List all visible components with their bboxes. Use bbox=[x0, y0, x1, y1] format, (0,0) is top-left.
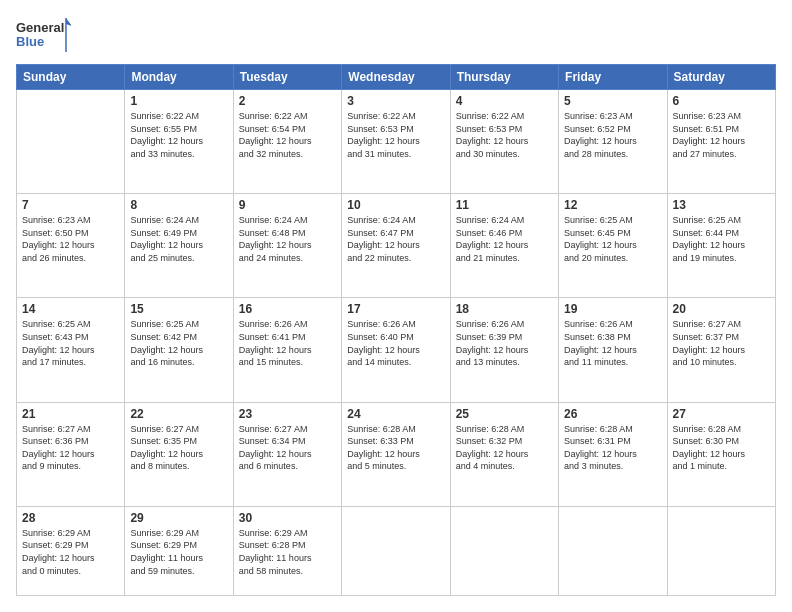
day-info: Sunrise: 6:23 AM Sunset: 6:52 PM Dayligh… bbox=[564, 110, 661, 160]
day-info: Sunrise: 6:28 AM Sunset: 6:33 PM Dayligh… bbox=[347, 423, 444, 473]
calendar-day-cell: 14Sunrise: 6:25 AM Sunset: 6:43 PM Dayli… bbox=[17, 298, 125, 402]
day-info: Sunrise: 6:25 AM Sunset: 6:44 PM Dayligh… bbox=[673, 214, 770, 264]
logo: General Blue bbox=[16, 16, 71, 54]
header: General Blue bbox=[16, 16, 776, 54]
calendar-day-cell: 28Sunrise: 6:29 AM Sunset: 6:29 PM Dayli… bbox=[17, 506, 125, 595]
day-number: 27 bbox=[673, 407, 770, 421]
calendar-day-cell: 5Sunrise: 6:23 AM Sunset: 6:52 PM Daylig… bbox=[559, 90, 667, 194]
day-info: Sunrise: 6:22 AM Sunset: 6:53 PM Dayligh… bbox=[347, 110, 444, 160]
calendar-day-cell: 4Sunrise: 6:22 AM Sunset: 6:53 PM Daylig… bbox=[450, 90, 558, 194]
calendar-day-cell: 29Sunrise: 6:29 AM Sunset: 6:29 PM Dayli… bbox=[125, 506, 233, 595]
svg-text:General: General bbox=[16, 20, 64, 35]
day-number: 15 bbox=[130, 302, 227, 316]
day-number: 13 bbox=[673, 198, 770, 212]
calendar-day-cell: 12Sunrise: 6:25 AM Sunset: 6:45 PM Dayli… bbox=[559, 194, 667, 298]
day-number: 11 bbox=[456, 198, 553, 212]
svg-text:Blue: Blue bbox=[16, 34, 44, 49]
day-info: Sunrise: 6:28 AM Sunset: 6:32 PM Dayligh… bbox=[456, 423, 553, 473]
day-number: 23 bbox=[239, 407, 336, 421]
calendar-day-cell: 22Sunrise: 6:27 AM Sunset: 6:35 PM Dayli… bbox=[125, 402, 233, 506]
day-info: Sunrise: 6:28 AM Sunset: 6:30 PM Dayligh… bbox=[673, 423, 770, 473]
calendar-day-cell: 8Sunrise: 6:24 AM Sunset: 6:49 PM Daylig… bbox=[125, 194, 233, 298]
calendar-day-cell: 24Sunrise: 6:28 AM Sunset: 6:33 PM Dayli… bbox=[342, 402, 450, 506]
calendar-day-cell: 1Sunrise: 6:22 AM Sunset: 6:55 PM Daylig… bbox=[125, 90, 233, 194]
day-number: 17 bbox=[347, 302, 444, 316]
calendar-day-cell: 16Sunrise: 6:26 AM Sunset: 6:41 PM Dayli… bbox=[233, 298, 341, 402]
calendar-day-cell: 26Sunrise: 6:28 AM Sunset: 6:31 PM Dayli… bbox=[559, 402, 667, 506]
calendar-day-cell: 18Sunrise: 6:26 AM Sunset: 6:39 PM Dayli… bbox=[450, 298, 558, 402]
logo-svg: General Blue bbox=[16, 16, 71, 54]
day-info: Sunrise: 6:25 AM Sunset: 6:42 PM Dayligh… bbox=[130, 318, 227, 368]
day-number: 18 bbox=[456, 302, 553, 316]
day-info: Sunrise: 6:25 AM Sunset: 6:43 PM Dayligh… bbox=[22, 318, 119, 368]
day-info: Sunrise: 6:29 AM Sunset: 6:28 PM Dayligh… bbox=[239, 527, 336, 577]
calendar-day-cell: 19Sunrise: 6:26 AM Sunset: 6:38 PM Dayli… bbox=[559, 298, 667, 402]
day-number: 25 bbox=[456, 407, 553, 421]
calendar-week-row: 1Sunrise: 6:22 AM Sunset: 6:55 PM Daylig… bbox=[17, 90, 776, 194]
day-number: 14 bbox=[22, 302, 119, 316]
calendar-week-row: 7Sunrise: 6:23 AM Sunset: 6:50 PM Daylig… bbox=[17, 194, 776, 298]
day-number: 3 bbox=[347, 94, 444, 108]
page: General Blue SundayMondayTuesdayWednesda… bbox=[0, 0, 792, 612]
calendar-week-row: 14Sunrise: 6:25 AM Sunset: 6:43 PM Dayli… bbox=[17, 298, 776, 402]
calendar-day-cell: 15Sunrise: 6:25 AM Sunset: 6:42 PM Dayli… bbox=[125, 298, 233, 402]
day-info: Sunrise: 6:25 AM Sunset: 6:45 PM Dayligh… bbox=[564, 214, 661, 264]
calendar-day-cell: 10Sunrise: 6:24 AM Sunset: 6:47 PM Dayli… bbox=[342, 194, 450, 298]
calendar-day-cell: 21Sunrise: 6:27 AM Sunset: 6:36 PM Dayli… bbox=[17, 402, 125, 506]
day-number: 4 bbox=[456, 94, 553, 108]
day-number: 30 bbox=[239, 511, 336, 525]
day-info: Sunrise: 6:26 AM Sunset: 6:41 PM Dayligh… bbox=[239, 318, 336, 368]
calendar-body: 1Sunrise: 6:22 AM Sunset: 6:55 PM Daylig… bbox=[17, 90, 776, 596]
day-number: 21 bbox=[22, 407, 119, 421]
day-info: Sunrise: 6:26 AM Sunset: 6:40 PM Dayligh… bbox=[347, 318, 444, 368]
day-info: Sunrise: 6:22 AM Sunset: 6:55 PM Dayligh… bbox=[130, 110, 227, 160]
day-info: Sunrise: 6:23 AM Sunset: 6:50 PM Dayligh… bbox=[22, 214, 119, 264]
day-number: 28 bbox=[22, 511, 119, 525]
day-number: 16 bbox=[239, 302, 336, 316]
day-info: Sunrise: 6:27 AM Sunset: 6:34 PM Dayligh… bbox=[239, 423, 336, 473]
day-number: 2 bbox=[239, 94, 336, 108]
calendar-day-cell: 9Sunrise: 6:24 AM Sunset: 6:48 PM Daylig… bbox=[233, 194, 341, 298]
calendar-day-cell: 25Sunrise: 6:28 AM Sunset: 6:32 PM Dayli… bbox=[450, 402, 558, 506]
day-info: Sunrise: 6:26 AM Sunset: 6:39 PM Dayligh… bbox=[456, 318, 553, 368]
calendar-week-row: 28Sunrise: 6:29 AM Sunset: 6:29 PM Dayli… bbox=[17, 506, 776, 595]
day-info: Sunrise: 6:29 AM Sunset: 6:29 PM Dayligh… bbox=[130, 527, 227, 577]
day-info: Sunrise: 6:22 AM Sunset: 6:54 PM Dayligh… bbox=[239, 110, 336, 160]
day-number: 19 bbox=[564, 302, 661, 316]
day-number: 7 bbox=[22, 198, 119, 212]
calendar-day-cell bbox=[559, 506, 667, 595]
day-number: 9 bbox=[239, 198, 336, 212]
day-number: 26 bbox=[564, 407, 661, 421]
calendar-day-cell: 3Sunrise: 6:22 AM Sunset: 6:53 PM Daylig… bbox=[342, 90, 450, 194]
calendar-day-cell bbox=[667, 506, 775, 595]
day-number: 29 bbox=[130, 511, 227, 525]
day-info: Sunrise: 6:22 AM Sunset: 6:53 PM Dayligh… bbox=[456, 110, 553, 160]
day-number: 6 bbox=[673, 94, 770, 108]
day-number: 24 bbox=[347, 407, 444, 421]
day-info: Sunrise: 6:27 AM Sunset: 6:35 PM Dayligh… bbox=[130, 423, 227, 473]
calendar-day-cell: 20Sunrise: 6:27 AM Sunset: 6:37 PM Dayli… bbox=[667, 298, 775, 402]
day-number: 22 bbox=[130, 407, 227, 421]
day-number: 5 bbox=[564, 94, 661, 108]
day-info: Sunrise: 6:23 AM Sunset: 6:51 PM Dayligh… bbox=[673, 110, 770, 160]
calendar-table: SundayMondayTuesdayWednesdayThursdayFrid… bbox=[16, 64, 776, 596]
calendar-day-cell bbox=[450, 506, 558, 595]
calendar-week-row: 21Sunrise: 6:27 AM Sunset: 6:36 PM Dayli… bbox=[17, 402, 776, 506]
day-info: Sunrise: 6:29 AM Sunset: 6:29 PM Dayligh… bbox=[22, 527, 119, 577]
calendar-header-cell: Tuesday bbox=[233, 65, 341, 90]
calendar-header-cell: Thursday bbox=[450, 65, 558, 90]
day-info: Sunrise: 6:28 AM Sunset: 6:31 PM Dayligh… bbox=[564, 423, 661, 473]
calendar-header-cell: Friday bbox=[559, 65, 667, 90]
day-info: Sunrise: 6:24 AM Sunset: 6:47 PM Dayligh… bbox=[347, 214, 444, 264]
day-info: Sunrise: 6:24 AM Sunset: 6:46 PM Dayligh… bbox=[456, 214, 553, 264]
day-info: Sunrise: 6:27 AM Sunset: 6:37 PM Dayligh… bbox=[673, 318, 770, 368]
calendar-day-cell: 6Sunrise: 6:23 AM Sunset: 6:51 PM Daylig… bbox=[667, 90, 775, 194]
calendar-header-row: SundayMondayTuesdayWednesdayThursdayFrid… bbox=[17, 65, 776, 90]
day-number: 20 bbox=[673, 302, 770, 316]
calendar-day-cell: 11Sunrise: 6:24 AM Sunset: 6:46 PM Dayli… bbox=[450, 194, 558, 298]
calendar-header-cell: Wednesday bbox=[342, 65, 450, 90]
calendar-header-cell: Monday bbox=[125, 65, 233, 90]
day-info: Sunrise: 6:24 AM Sunset: 6:49 PM Dayligh… bbox=[130, 214, 227, 264]
calendar-header-cell: Saturday bbox=[667, 65, 775, 90]
calendar-day-cell: 30Sunrise: 6:29 AM Sunset: 6:28 PM Dayli… bbox=[233, 506, 341, 595]
